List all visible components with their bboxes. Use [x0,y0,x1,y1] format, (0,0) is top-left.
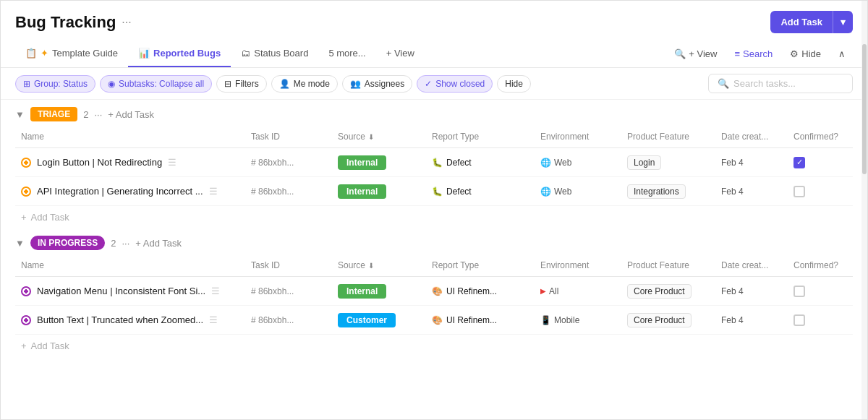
task-details-icon: ☰ [211,286,220,296]
tabs-bar: 📋 ✦ Template Guide 📊 Reported Bugs 🗂 Sta… [1,40,867,68]
filters-pill[interactable]: ⊟ Filters [216,75,267,93]
report-icon: 🐛 [432,187,443,197]
source-badge: Internal [338,184,386,199]
report-type-text: Defect [446,187,472,197]
confirmed-cell[interactable]: ✓ [788,153,853,173]
toolbar: ⊞ Group: Status ◉ Subtasks: Collapse all… [1,68,867,100]
confirmed-cell[interactable] [788,281,853,301]
triage-more-icon[interactable]: ··· [94,109,102,120]
env-text: Mobile [554,315,579,325]
hide-pill[interactable]: Hide [497,75,531,93]
task-name-text[interactable]: Button Text | Truncated when Zoomed... [37,314,203,325]
confirmed-checkbox[interactable] [793,186,805,197]
customize-button[interactable]: ⚙ Hide [783,44,828,64]
task-name-text[interactable]: Navigation Menu | Inconsistent Font Si..… [37,286,205,296]
task-id-cell: # 86bxbh... [245,311,332,330]
add-view-button[interactable]: + View [376,40,425,67]
env-icon: 🌐 [540,158,551,168]
environment-cell: 📱 Mobile [535,311,621,330]
triage-table: Name Task ID Source ⬇ Report Type Enviro… [1,126,867,228]
person-icon: 👤 [279,79,290,89]
table-row: Navigation Menu | Inconsistent Font Si..… [15,277,853,306]
sparkle-icon: ✦ [41,48,48,59]
subtasks-pill[interactable]: ◉ Subtasks: Collapse all [100,75,212,93]
task-id-text: # 86bxbh... [251,158,294,168]
collapse-button[interactable]: ∧ [831,44,853,64]
source-badge: Customer [338,313,396,327]
task-name-text[interactable]: Login Button | Not Redirecting [37,157,162,168]
report-icon: 🎨 [432,315,443,325]
status-board-icon: 🗂 [241,48,250,59]
task-id-cell: # 86bxbh... [245,182,332,201]
sort-icon-2: ⬇ [368,262,374,270]
task-name-text[interactable]: API Integration | Generating Incorrect .… [37,186,203,197]
tab-template-guide[interactable]: 📋 ✦ Template Guide [15,40,128,67]
col-reporttype-2: Report Type [426,257,535,273]
task-name-cell: API Integration | Generating Incorrect .… [15,181,245,201]
product-feature-cell: Integrations [621,180,715,203]
inprogress-count: 2 [111,238,116,249]
product-feature-text: Login [627,155,661,170]
add-task-button[interactable]: Add Task ▾ [770,11,853,33]
report-type-cell: 🎨 UI Refinem... [426,282,535,301]
product-feature-text: Core Product [627,284,692,299]
inprogress-table-header: Name Task ID Source ⬇ Report Type Enviro… [15,254,853,277]
environment-cell: ▶ All [535,282,621,301]
col-confirmed-1: Confirmed? [788,129,853,145]
report-type-cell: 🐛 Defect [426,153,535,172]
task-details-icon: ☰ [209,186,218,197]
toolbar-left: ⊞ Group: Status ◉ Subtasks: Collapse all… [15,75,531,93]
confirmed-checkbox[interactable]: ✓ [793,157,805,168]
triage-add-task[interactable]: + Add Task [108,109,154,120]
confirmed-cell[interactable] [788,310,853,330]
inprogress-collapse-icon[interactable]: ▼ [15,238,25,249]
task-id-text: # 86bxbh... [251,286,294,296]
assignees-pill[interactable]: 👥 Assignees [342,75,412,93]
tab-status-board[interactable]: 🗂 Status Board [231,40,318,67]
product-feature-cell: Core Product [621,280,715,303]
me-mode-pill[interactable]: 👤 Me mode [271,75,338,93]
scrollbar-thumb[interactable] [862,44,867,174]
search-tasks-input[interactable]: 🔍 Search tasks... [708,74,853,93]
source-badge: Internal [338,155,386,170]
tabs-left: 📋 ✦ Template Guide 📊 Reported Bugs 🗂 Sta… [15,40,425,67]
hide-button[interactable]: ≡ Search [727,44,780,64]
confirmed-cell[interactable] [788,181,853,202]
inprogress-add-task-row[interactable]: + Add Task [15,335,853,357]
add-task-label: Add Task [770,11,833,33]
confirmed-checkbox[interactable] [793,314,805,326]
env-text: Web [554,187,571,197]
gear-icon: ⚙ [790,48,799,59]
date-text: Feb 4 [721,315,744,325]
group-status-pill[interactable]: ⊞ Group: Status [15,75,95,93]
product-feature-text: Integrations [627,184,686,199]
triage-collapse-icon[interactable]: ▼ [15,109,25,120]
inprogress-add-task[interactable]: + Add Task [135,238,182,249]
search-placeholder: Search tasks... [733,78,796,89]
col-source-1: Source ⬇ [332,129,426,145]
search-button[interactable]: 🔍 + View [667,44,724,64]
env-icon: ▶ [540,287,546,295]
more-options-button[interactable]: ··· [122,16,131,29]
task-status-icon [21,187,31,197]
group-icon: ⊞ [23,79,30,89]
triage-add-task-row[interactable]: + Add Task [15,206,853,228]
inprogress-more-icon[interactable]: ··· [122,238,129,249]
header: Bug Tracking ··· Add Task ▾ [1,1,867,40]
scrollbar[interactable] [861,1,867,419]
date-cell: Feb 4 [715,282,788,301]
triage-count: 2 [83,109,88,120]
add-task-dropdown-arrow[interactable]: ▾ [833,11,853,33]
confirmed-checkbox[interactable] [793,286,805,297]
date-text: Feb 4 [721,187,744,197]
tabs-right: 🔍 + View ≡ Search ⚙ Hide ∧ [667,44,853,64]
tab-reported-bugs[interactable]: 📊 Reported Bugs [128,40,231,67]
tab-more[interactable]: 5 more... [318,40,375,67]
add-task-label: Add Task [31,340,69,351]
date-text: Feb 4 [721,158,744,168]
date-text: Feb 4 [721,286,744,296]
task-details-icon: ☰ [168,157,176,168]
show-closed-pill[interactable]: ✓ Show closed [417,75,493,93]
col-reporttype-1: Report Type [426,129,535,145]
inprogress-group: ▼ IN PROGRESS 2 ··· + Add Task Name Task… [1,228,867,357]
